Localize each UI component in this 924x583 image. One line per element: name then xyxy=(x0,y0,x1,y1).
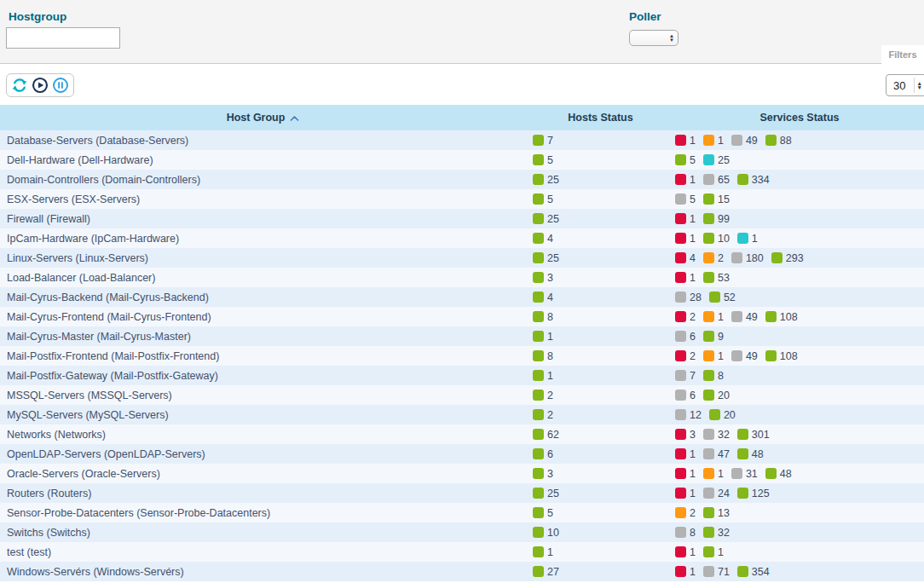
table-row[interactable]: Mail-Cyrus-Frontend (Mail-Cyrus-Frontend… xyxy=(0,307,924,326)
status-count-ok[interactable]: 10 xyxy=(533,527,559,539)
status-count-unknown[interactable]: 12 xyxy=(675,409,702,421)
status-count-warning[interactable]: 1 xyxy=(703,311,724,323)
status-count-unknown[interactable]: 31 xyxy=(731,468,758,480)
hostgroup-input[interactable] xyxy=(6,27,120,49)
status-count-warning[interactable]: 2 xyxy=(703,252,724,264)
poller-select[interactable]: ▲▼ xyxy=(629,30,679,46)
status-count-unknown[interactable]: 49 xyxy=(731,350,758,362)
status-count-unknown[interactable]: 71 xyxy=(703,566,730,578)
status-count-ok[interactable]: 108 xyxy=(765,350,798,362)
table-row[interactable]: Routers (Routers)25124125 xyxy=(0,483,924,503)
status-count-ok[interactable]: 88 xyxy=(765,135,792,147)
status-count-ok[interactable]: 2 xyxy=(533,409,553,421)
status-count-critical[interactable]: 3 xyxy=(675,429,696,441)
status-count-unknown[interactable]: 65 xyxy=(703,174,730,186)
table-row[interactable]: Networks (Networks)62332301 xyxy=(0,424,924,444)
status-count-ok[interactable]: 3 xyxy=(533,272,553,284)
table-row[interactable]: IpCam-Hardware (IpCam-Hardware)41101 xyxy=(0,228,924,248)
status-count-ok[interactable]: 25 xyxy=(533,488,559,499)
status-count-unknown[interactable]: 28 xyxy=(675,292,702,303)
status-count-unknown[interactable]: 7 xyxy=(675,370,696,382)
status-count-unknown[interactable]: 49 xyxy=(731,135,758,147)
status-count-ok[interactable]: 5 xyxy=(533,193,553,205)
status-count-critical[interactable]: 1 xyxy=(675,546,696,558)
table-row[interactable]: Linux-Servers (Linux-Servers)2542180293 xyxy=(0,248,924,268)
status-count-critical[interactable]: 2 xyxy=(675,311,696,323)
table-row[interactable]: MySQL-Servers (MySQL-Servers)21220 xyxy=(0,405,924,424)
status-count-ok[interactable]: 6 xyxy=(533,448,553,460)
table-row[interactable]: Mail-Postfix-Gateway (Mail-Postfix-Gatew… xyxy=(0,366,924,385)
status-count-ok[interactable]: 9 xyxy=(703,331,724,343)
status-count-critical[interactable]: 1 xyxy=(675,213,696,225)
table-row[interactable]: Dell-Hardware (Dell-Hardware)5525 xyxy=(0,150,924,170)
status-count-warning[interactable]: 2 xyxy=(675,507,696,519)
status-count-ok[interactable]: 99 xyxy=(703,213,730,225)
table-row[interactable]: Mail-Postfix-Frontend (Mail-Postfix-Fron… xyxy=(0,346,924,366)
table-row[interactable]: Windows-Servérs (Windows-Servérs)2717135… xyxy=(0,562,924,581)
status-count-critical[interactable]: 2 xyxy=(675,350,696,362)
table-row[interactable]: OpenLDAP-Servers (OpenLDAP-Servers)61474… xyxy=(0,444,924,464)
status-count-ok[interactable]: 2 xyxy=(533,390,553,401)
table-row[interactable]: Sensor-Probe-Datacenters (Sensor-Probe-D… xyxy=(0,503,924,522)
table-row[interactable]: Load-Balancer (Load-Balancer)3153 xyxy=(0,268,924,287)
column-header-hosts-status[interactable]: Hosts Status xyxy=(526,112,675,124)
status-count-ok[interactable]: 354 xyxy=(737,566,770,578)
status-count-ok[interactable]: 13 xyxy=(703,507,730,519)
status-count-ok[interactable]: 1 xyxy=(533,546,553,558)
column-header-services-status[interactable]: Services Status xyxy=(675,112,924,124)
table-row[interactable]: ESX-Servers (ESX-Servers)5515 xyxy=(0,189,924,209)
status-count-ok[interactable]: 32 xyxy=(703,527,730,539)
status-count-unknown[interactable]: 6 xyxy=(675,331,696,343)
table-row[interactable]: Mail-Cyrus-Master (Mail-Cyrus-Master)169 xyxy=(0,326,924,346)
status-count-ok[interactable]: 15 xyxy=(703,193,730,205)
status-count-critical[interactable]: 1 xyxy=(675,135,696,147)
column-header-host-group[interactable]: Host Group xyxy=(0,112,526,124)
status-count-critical[interactable]: 1 xyxy=(675,566,696,578)
table-row[interactable]: Mail-Cyrus-Backend (Mail-Cyrus-Backend)4… xyxy=(0,287,924,307)
status-count-ok[interactable]: 5 xyxy=(675,154,696,166)
status-count-ok[interactable]: 25 xyxy=(533,252,559,264)
status-count-ok[interactable]: 4 xyxy=(533,233,553,245)
status-count-ok[interactable]: 3 xyxy=(533,468,553,480)
table-row[interactable]: MSSQL-Servers (MSSQL-Servers)2620 xyxy=(0,385,924,405)
status-count-unknown[interactable]: 6 xyxy=(675,390,696,401)
status-count-pending[interactable]: 1 xyxy=(737,233,758,245)
status-count-unknown[interactable]: 47 xyxy=(703,448,730,460)
filters-tab[interactable]: Filters xyxy=(881,45,924,64)
table-row[interactable]: Switchs (Switchs)10832 xyxy=(0,522,924,542)
status-count-ok[interactable]: 8 xyxy=(703,370,724,382)
status-count-critical[interactable]: 1 xyxy=(675,488,696,499)
play-button[interactable] xyxy=(31,76,49,95)
status-count-ok[interactable]: 25 xyxy=(533,213,559,225)
status-count-ok[interactable]: 52 xyxy=(709,292,736,303)
status-count-ok[interactable]: 27 xyxy=(533,566,559,578)
status-count-ok[interactable]: 20 xyxy=(709,409,736,421)
status-count-unknown[interactable]: 180 xyxy=(731,252,764,264)
status-count-ok[interactable]: 1 xyxy=(533,370,553,382)
status-count-pending[interactable]: 25 xyxy=(703,154,730,166)
status-count-ok[interactable]: 53 xyxy=(703,272,730,284)
status-count-unknown[interactable]: 24 xyxy=(703,488,730,499)
status-count-unknown[interactable]: 32 xyxy=(703,429,730,441)
status-count-ok[interactable]: 5 xyxy=(533,507,553,519)
table-row[interactable]: Firewall (Firewall)25199 xyxy=(0,209,924,228)
status-count-warning[interactable]: 1 xyxy=(703,135,724,147)
status-count-critical[interactable]: 1 xyxy=(675,468,696,480)
status-count-ok[interactable]: 62 xyxy=(533,429,559,441)
status-count-ok[interactable]: 4 xyxy=(533,292,553,303)
status-count-critical[interactable]: 1 xyxy=(675,448,696,460)
status-count-unknown[interactable]: 8 xyxy=(675,527,696,539)
status-count-ok[interactable]: 108 xyxy=(765,311,798,323)
status-count-ok[interactable]: 20 xyxy=(703,390,730,401)
status-count-unknown[interactable]: 5 xyxy=(675,193,696,205)
status-count-critical[interactable]: 1 xyxy=(675,272,696,284)
status-count-ok[interactable]: 1 xyxy=(533,331,553,343)
status-count-ok[interactable]: 10 xyxy=(703,233,730,245)
status-count-critical[interactable]: 1 xyxy=(675,174,696,186)
status-count-ok[interactable]: 334 xyxy=(737,174,770,186)
status-count-ok[interactable]: 293 xyxy=(771,252,804,264)
status-count-ok[interactable]: 25 xyxy=(533,174,559,186)
pause-button[interactable] xyxy=(51,76,70,95)
status-count-critical[interactable]: 1 xyxy=(675,233,696,245)
table-row[interactable]: Domain-Controllers (Domain-Controllers)2… xyxy=(0,170,924,189)
